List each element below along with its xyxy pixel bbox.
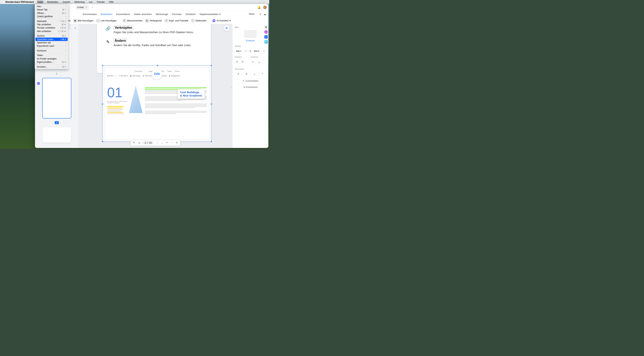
resize-handle[interactable] (157, 65, 158, 66)
menu-startseite[interactable]: Startseite⌃⇧⌘ H (35, 20, 68, 23)
tab-kommentare[interactable]: Kommentare (83, 13, 97, 15)
rail-ai-icon[interactable]: ✦ (264, 30, 268, 34)
page-input[interactable]: 2 / 13 (142, 141, 154, 144)
menu-fenster-schliessen[interactable]: Fenster schließen⇧⌘ W (35, 26, 68, 30)
nav-bottom-icon[interactable]: ⇲ (138, 141, 140, 144)
watermark-button[interactable]: AWasserzeichen (123, 19, 142, 22)
rotate-ccw-button[interactable]: ↺ (235, 60, 239, 64)
rail-properties-icon[interactable]: ⚙ (264, 26, 268, 29)
replace-link[interactable]: Ersetzen (235, 39, 266, 42)
tab-werkzeuge[interactable]: Werkzeuge (156, 13, 168, 15)
tab-schuetzen[interactable]: Schützen (186, 13, 196, 15)
resize-handle[interactable] (211, 103, 212, 105)
edit-toolbar: Alle ▾ TText hinzufügen ▣Bild hinzufügen… (35, 17, 268, 24)
page-number-button[interactable]: 1Seitenzahl (191, 19, 206, 22)
menu-neu[interactable]: Neu› (35, 5, 68, 8)
notification-icon[interactable]: 🔔 (258, 6, 261, 9)
link-share-icon[interactable]: ⚭ (259, 13, 261, 16)
menu-fenster[interactable]: Fenster (96, 0, 105, 4)
resize-handle[interactable] (102, 103, 103, 105)
nav-prev-icon[interactable]: ↑ (156, 141, 159, 144)
rotate-cw-button[interactable]: ↻ (241, 60, 245, 64)
menu-im-finder-anzeigen[interactable]: Im Finder anzeigen (35, 57, 68, 60)
flip-v-button[interactable]: △ (257, 60, 261, 64)
nav-next-icon[interactable]: ↓ (161, 141, 164, 144)
height-input[interactable] (254, 50, 262, 52)
extract-button[interactable]: ⇲ Extrahieren (235, 85, 266, 90)
word-convert-float-button[interactable]: W (224, 26, 229, 31)
rail-check-icon[interactable]: ✓ (264, 35, 268, 39)
main-tabs: Kommentare Bearbeiten Konvertieren Seite… (35, 11, 268, 18)
arrange-back-button[interactable]: ⊤ (259, 72, 266, 76)
ai-side-icon[interactable]: AI (37, 82, 40, 85)
menu-zuletzt-geoeffnet[interactable]: Zuletzt geöffnet› (35, 15, 68, 18)
app-window: h-mac ✕ ＋ 🔔 Kommentare Bearbeiten Konver… (35, 4, 268, 148)
menu-bearbeiten[interactable]: Bearbeiten (47, 0, 59, 4)
page-navigator: ⇱ ⇲ 2 / 13 ↑ ↓ ↶ ↷ ✕ (131, 140, 180, 146)
menu-tab-schliessen[interactable]: Tab schließen⌘ W (35, 23, 68, 26)
user-avatar[interactable] (263, 6, 267, 9)
width-field[interactable]: W (235, 49, 248, 54)
menu-los[interactable]: Los (88, 0, 93, 4)
resize-handle[interactable] (102, 141, 103, 142)
background-button[interactable]: ◐Hintergrund (146, 19, 162, 22)
menu-datei[interactable]: Datei (37, 0, 44, 4)
menu-exportieren-nach[interactable]: Exportieren nach› (35, 44, 68, 48)
menu-neuer-tab[interactable]: Neuer Tab⌘ T (35, 8, 68, 11)
arrange-front-button[interactable]: ⊼ (235, 72, 242, 76)
nav-undo-icon[interactable]: ↶ (166, 141, 168, 144)
menu-werkzeug[interactable]: Werkzeug (74, 0, 85, 4)
page-thumbnail-2[interactable] (42, 78, 71, 118)
rail-assistant-icon[interactable]: A (264, 40, 268, 43)
properties-panel: Bild Ersetzen Größe W ⇅ H Drehen (232, 24, 268, 148)
menu-teilen[interactable]: Teilen› (35, 54, 68, 57)
resize-handle[interactable] (211, 65, 212, 66)
edit-desc: Ändern Sie die Größe, Farbe und Schrifta… (114, 44, 191, 47)
ai-assistant-button[interactable]: AIAI Assistent ▾ (212, 19, 230, 22)
nav-redo-icon[interactable]: ↷ (170, 141, 174, 144)
tab-stapelverarbeiten[interactable]: Stapelverarbeiten ▾ (200, 13, 220, 16)
menu-hilfe[interactable]: Hilfe (108, 0, 114, 4)
share-button[interactable]: Teilen (246, 12, 257, 16)
new-tab-button[interactable]: ＋ (91, 6, 94, 9)
menu-speichern-als[interactable]: Speichern als› (35, 41, 68, 44)
link-title: Verknüpfen (114, 26, 133, 30)
tab-konvertieren[interactable]: Konvertieren (116, 13, 130, 15)
flip-h-button[interactable]: ▷ (251, 60, 255, 64)
menu-drucken[interactable]: Drucken...⌘ P (35, 65, 68, 68)
menu-eigenschaften[interactable]: Eigenschaften...⌘ D (35, 60, 68, 64)
edit-highlight-bubble: Edit (152, 69, 162, 79)
nav-top-icon[interactable]: ⇱ (132, 141, 136, 144)
header-footer-button[interactable]: ⎘Kopf- und Fußzeile (165, 19, 188, 22)
menu-schuetzen[interactable]: Schützen› (35, 49, 68, 52)
cloud-upload-icon[interactable]: ☁ (264, 13, 266, 16)
thumb-label-2: 2 (55, 121, 59, 124)
arrange-backward-button[interactable]: ⊥ (251, 72, 258, 76)
document-tab[interactable]: h-mac ✕ (76, 5, 89, 10)
rotate-label-right: Drehen (251, 56, 266, 58)
tab-close-icon[interactable]: ✕ (86, 6, 87, 9)
menu-ansicht[interactable]: Ansicht (62, 0, 71, 4)
document-canvas[interactable]: 🔗 Verknüpfen Fügen Sie Links und Wasserz… (79, 24, 232, 148)
menu-sichern[interactable]: Sichern⌘ S (35, 34, 68, 38)
page-thumbnail-3[interactable] (42, 127, 71, 143)
nav-close-icon[interactable]: ✕ (175, 141, 178, 144)
resize-handle[interactable] (102, 65, 103, 66)
arrange-forward-button[interactable]: ⊻ (243, 72, 250, 76)
add-image-button[interactable]: ▣Bild hinzufügen (74, 19, 93, 22)
width-input[interactable] (236, 50, 244, 52)
tab-seiten-anordnen[interactable]: Seiten anordnen (134, 13, 152, 15)
menu-speichern-unter[interactable]: Speichern unter...⇧⌘ S (36, 38, 68, 41)
menu-alle-schliessen[interactable]: Alle schließen⌥⇧⌘ W (35, 30, 68, 33)
resize-handle[interactable] (211, 141, 212, 142)
thumbnails-close-icon[interactable]: ✕ (74, 27, 76, 30)
lock-aspect-icon[interactable]: ⇅ (250, 50, 251, 53)
menu-oeffnen[interactable]: Öffnen...⌘ O (35, 11, 68, 15)
add-link-button[interactable]: ∞Link hinzufügen (96, 19, 116, 22)
height-field[interactable]: H (252, 49, 266, 54)
selected-image[interactable]: Edit Commen nvert Organize Tools Form Ed… (102, 65, 212, 142)
tab-formular[interactable]: Formular (172, 13, 182, 15)
tab-bearbeiten[interactable]: Bearbeiten (100, 13, 112, 15)
scroll-right-icon[interactable]: › (231, 86, 232, 88)
crop-button[interactable]: ✂ Zuschneiden (235, 78, 266, 83)
